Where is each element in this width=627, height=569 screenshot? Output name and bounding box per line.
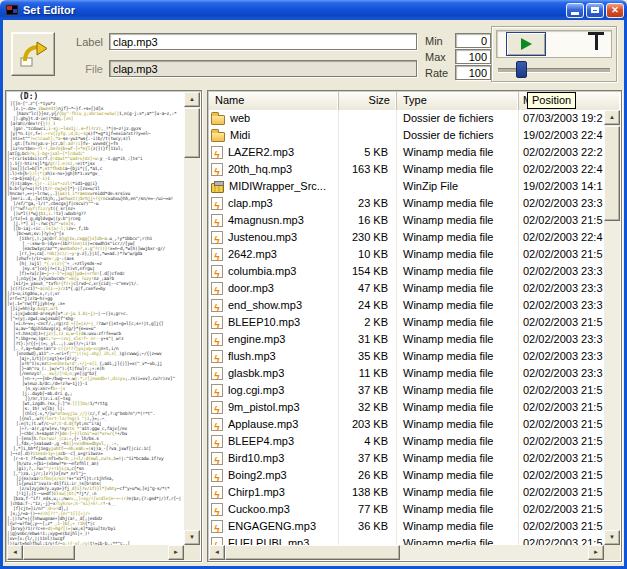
table-row[interactable]: ENGAGENG.mp336 KBWinamp media file02/02/… [209, 518, 604, 535]
scroll-left-icon[interactable]: ◄ [7, 545, 23, 560]
tree-vscroll-thumb[interactable] [184, 108, 200, 158]
file-size: 163 KB [339, 161, 397, 178]
table-row[interactable]: webDossier de fichiers07/03/2003 19:2 [209, 110, 604, 127]
position-slider-track[interactable] [498, 68, 610, 73]
minimize-button[interactable] [566, 3, 584, 18]
file-modified: 02/02/2003 21:5 [519, 416, 604, 433]
file-size: 23 KB [339, 195, 397, 212]
play-button[interactable] [506, 32, 546, 56]
file-modified: 02/02/2003 21:5 [519, 382, 604, 399]
file-modified: 02/02/2003 21:5 [519, 246, 604, 263]
tree-hscroll-thumb[interactable] [23, 545, 75, 560]
table-row[interactable]: MIDIWrapper_Src...WinZip File19/02/2003 … [209, 178, 604, 195]
table-row[interactable]: columbia.mp3154 KBWinamp media file02/02… [209, 263, 604, 280]
file-modified: 02/02/2003 23:3 [519, 297, 604, 314]
file-size: 26 KB [339, 467, 397, 484]
table-row[interactable]: flush.mp335 KBWinamp media file02/02/200… [209, 348, 604, 365]
list-vscroll-thumb[interactable] [604, 126, 620, 221]
export-arrow-icon [18, 39, 48, 69]
file-type: Winamp media file [397, 433, 519, 450]
column-header-size[interactable]: Size [339, 92, 397, 110]
file-name: log.cgi.mp3 [228, 382, 284, 399]
table-row[interactable]: Justenou.mp3230 KBWinamp media file02/02… [209, 229, 604, 246]
scroll-down-icon[interactable]: ▼ [604, 530, 620, 545]
winamp-file-icon [211, 520, 223, 533]
file-name: Boing2.mp3 [228, 467, 287, 484]
winamp-file-icon [211, 197, 223, 210]
table-row[interactable]: BLEEP10.mp32 KBWinamp media file02/02/20… [209, 314, 604, 331]
table-row[interactable]: LAZER2.mp35 KBWinamp media file02/02/200… [209, 144, 604, 161]
maximize-icon [591, 7, 599, 13]
rate-input[interactable] [455, 65, 491, 80]
winamp-file-icon [211, 214, 223, 227]
label-input[interactable] [109, 33, 417, 50]
table-row[interactable]: 4magnusn.mp316 KBWinamp media file02/02/… [209, 212, 604, 229]
scroll-right-icon[interactable]: ► [168, 545, 184, 560]
scroll-left-icon[interactable]: ◄ [209, 545, 225, 560]
name-cell: Chirp1.mp3 [209, 484, 339, 501]
maximize-button[interactable] [586, 3, 604, 18]
position-slider-thumb[interactable] [516, 61, 527, 78]
file-modified: 02/02/2003 22:4 [519, 229, 604, 246]
file-type: Winamp media file [397, 331, 519, 348]
file-type: Dossier de fichiers [397, 110, 519, 127]
winamp-file-icon [211, 384, 223, 397]
table-row[interactable]: 20th_hq.mp3163 KBWinamp media file02/02/… [209, 161, 604, 178]
file-name: Justenou.mp3 [228, 229, 297, 246]
table-row[interactable]: log.cgi.mp337 KBWinamp media file02/02/2… [209, 382, 604, 399]
max-input[interactable] [455, 49, 491, 64]
fader-icon [588, 31, 605, 51]
table-row[interactable]: Bird10.mp337 KBWinamp media file02/02/20… [209, 450, 604, 467]
tree-horizontal-scrollbar[interactable]: ◄ ► [7, 545, 184, 560]
name-cell: ENGAGENG.mp3 [209, 518, 339, 535]
winamp-file-icon [211, 435, 223, 448]
scroll-up-icon[interactable]: ▲ [184, 92, 200, 107]
name-cell: Midi [209, 127, 339, 144]
winamp-file-icon [211, 350, 223, 363]
table-row[interactable]: 9m_pistol.mp332 KBWinamp media file02/02… [209, 399, 604, 416]
max-caption: Max [425, 51, 455, 63]
table-row[interactable]: 2642.mp310 KBWinamp media file02/02/2003… [209, 246, 604, 263]
winzip-icon [211, 183, 224, 193]
file-modified: 19/02/2003 22:4 [519, 127, 604, 144]
table-row[interactable]: Boing2.mp326 KBWinamp media file02/02/20… [209, 467, 604, 484]
scroll-right-icon[interactable]: ► [588, 545, 604, 560]
table-row[interactable]: door.mp347 KBWinamp media file02/02/2003… [209, 280, 604, 297]
scroll-down-icon[interactable]: ▼ [184, 530, 200, 545]
name-cell: clap.mp3 [209, 195, 339, 212]
table-row[interactable]: MidiDossier de fichiers19/02/2003 22:4 [209, 127, 604, 144]
tree-vertical-scrollbar[interactable]: ▲ ▼ [184, 92, 200, 545]
table-row[interactable]: Chirp1.mp3138 KBWinamp media file02/02/2… [209, 484, 604, 501]
list-hscroll-thumb[interactable] [225, 545, 400, 560]
table-row[interactable]: engine.mp331 KBWinamp media file02/02/20… [209, 331, 604, 348]
list-horizontal-scrollbar[interactable]: ◄ ► [209, 545, 604, 560]
export-button[interactable] [11, 32, 55, 76]
titlebar[interactable]: Set Editor ✕ [0, 0, 627, 20]
table-row[interactable]: glasbk.mp311 KBWinamp media file02/02/20… [209, 365, 604, 382]
file-type: Winamp media file [397, 246, 519, 263]
winamp-file-icon [211, 248, 223, 261]
column-header-name[interactable]: Name [209, 92, 339, 110]
name-cell: MIDIWrapper_Src... [209, 178, 339, 195]
file-size: 47 KB [339, 280, 397, 297]
file-name: 4magnusn.mp3 [228, 212, 304, 229]
file-input[interactable] [109, 60, 417, 77]
close-button[interactable]: ✕ [606, 3, 624, 18]
file-name: end_show.mp3 [228, 297, 302, 314]
file-size: 10 KB [339, 246, 397, 263]
table-row[interactable]: Applause.mp3203 KBWinamp media file02/02… [209, 416, 604, 433]
list-vertical-scrollbar[interactable]: ▲ ▼ [604, 110, 620, 545]
table-row[interactable]: clap.mp323 KBWinamp media file02/02/2003… [209, 195, 604, 212]
directory-tree[interactable]: (D:) │[]n-[^.z^{-*1yu*z│z.|~.dz=_ibwze1t… [7, 92, 184, 545]
min-input[interactable] [455, 33, 491, 48]
name-cell: 9m_pistol.mp3 [209, 399, 339, 416]
scroll-up-icon[interactable]: ▲ [604, 110, 620, 125]
name-cell: 20th_hq.mp3 [209, 161, 339, 178]
name-cell: columbia.mp3 [209, 263, 339, 280]
table-row[interactable]: Cuckoo.mp377 KBWinamp media file02/02/20… [209, 501, 604, 518]
column-header-type[interactable]: Type [397, 92, 519, 110]
table-row[interactable]: BLEEP4.mp34 KBWinamp media file02/02/200… [209, 433, 604, 450]
file-type: Winamp media file [397, 195, 519, 212]
table-row[interactable]: FUELPUBL.mp3Winamp media file02/02/2003 … [209, 535, 604, 545]
table-row[interactable]: end_show.mp324 KBWinamp media file02/02/… [209, 297, 604, 314]
